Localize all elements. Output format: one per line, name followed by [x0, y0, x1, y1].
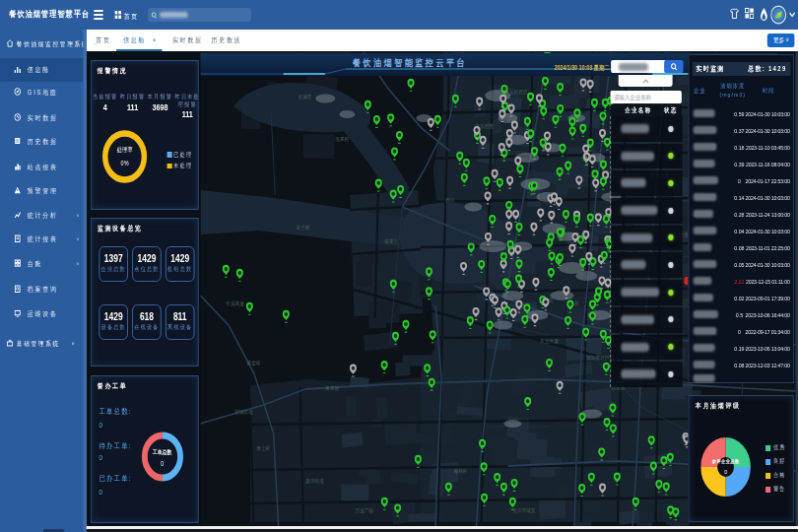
svg-text:梅林村: 梅林村: [452, 468, 467, 476]
svg-text:软件大厦: 软件大厦: [560, 266, 578, 274]
svg-text:久元大厦: 久元大厦: [540, 338, 559, 346]
svg-text:宜城街道: 宜城街道: [234, 409, 253, 417]
svg-text:毛家村: 毛家村: [335, 136, 349, 144]
svg-text:关子树: 关子树: [296, 225, 310, 233]
svg-text:万达广场: 万达广场: [355, 507, 373, 515]
svg-text:紫金城: 紫金城: [246, 360, 260, 366]
svg-text:厚上村: 厚上村: [256, 445, 270, 453]
svg-text:长深高速: 长深高速: [226, 300, 244, 308]
svg-text:西氿: 西氿: [445, 197, 454, 203]
svg-text:海景村西店: 海景村西店: [504, 89, 527, 97]
svg-text:蒋家村: 蒋家村: [325, 385, 339, 393]
svg-text:铁家兰: 铁家兰: [384, 238, 398, 244]
svg-text:宜兴市城东: 宜兴市城东: [512, 507, 535, 513]
svg-text:新庄街道: 新庄街道: [305, 478, 324, 486]
svg-text:水浦坊: 水浦坊: [298, 94, 312, 101]
